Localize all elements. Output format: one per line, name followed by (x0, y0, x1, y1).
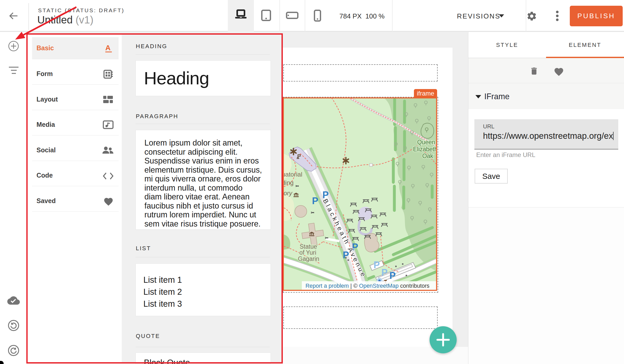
svg-text:uatorial: uatorial (284, 171, 302, 178)
svg-text:P: P (374, 260, 380, 270)
svg-text:tory: tory (284, 190, 293, 197)
svg-text:P: P (312, 196, 318, 206)
svg-text:P: P (389, 270, 396, 281)
svg-text:ding: ding (284, 179, 293, 186)
svg-text:P: P (381, 267, 388, 278)
svg-text:Oak: Oak (422, 153, 433, 159)
svg-text:Report a problem | © OpenStree: Report a problem | © OpenStreetMap contr… (305, 283, 430, 289)
svg-text:Queen: Queen (417, 139, 435, 146)
svg-text:of Yuri: of Yuri (299, 249, 316, 256)
svg-text:Gagarin: Gagarin (298, 255, 319, 262)
svg-text:Elizabeth: Elizabeth (413, 146, 436, 153)
